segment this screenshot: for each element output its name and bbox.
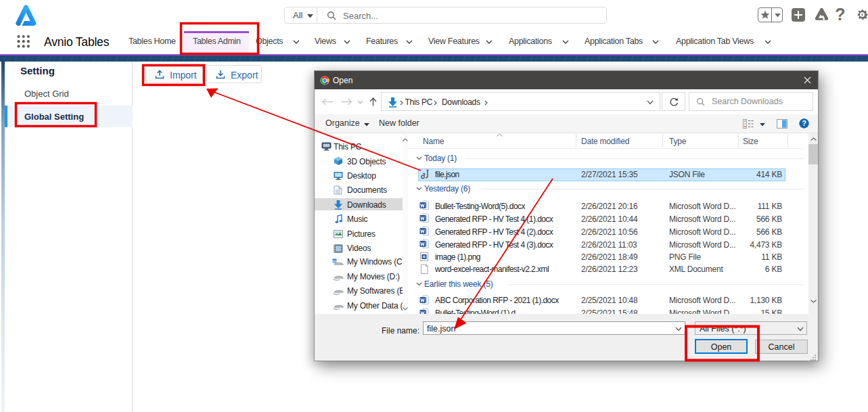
svg-text:?: ? [802, 119, 806, 127]
svg-text:?: ? [835, 5, 845, 23]
